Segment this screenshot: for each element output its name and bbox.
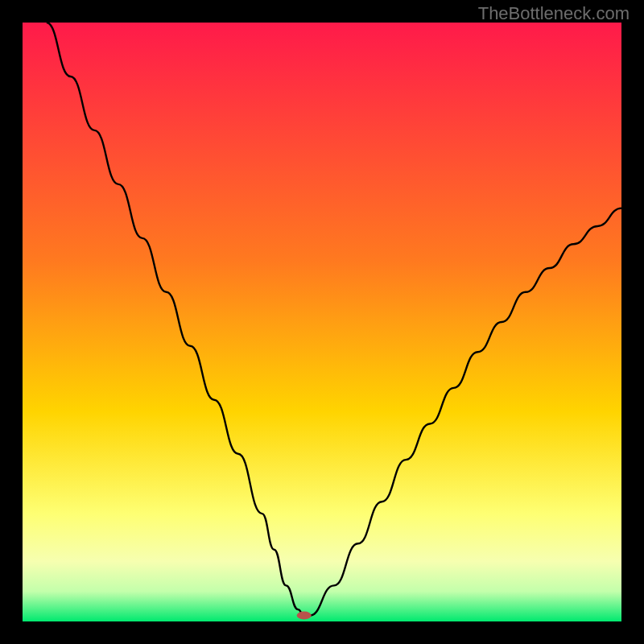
chart-plot-area bbox=[23, 23, 621, 621]
chart-svg bbox=[23, 23, 621, 621]
minimum-marker bbox=[297, 612, 312, 620]
watermark-text: TheBottleneck.com bbox=[478, 3, 630, 24]
chart-background bbox=[23, 23, 621, 621]
